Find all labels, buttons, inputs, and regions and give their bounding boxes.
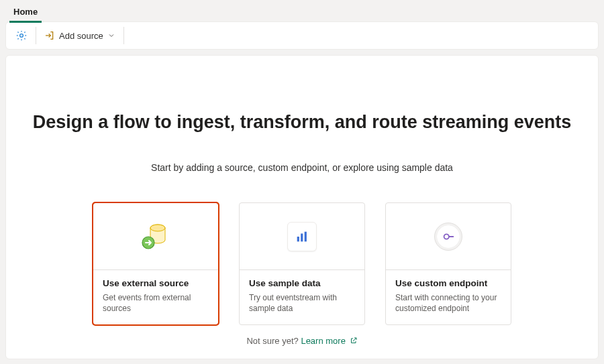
tab-home[interactable]: Home — [9, 4, 42, 23]
gear-icon — [15, 29, 28, 42]
card-body: Use sample data Try out eventstream with… — [240, 270, 364, 324]
svg-point-0 — [20, 34, 23, 38]
card-description: Try out eventstream with sample data — [249, 292, 355, 314]
footer-prefix: Not sure yet? — [246, 336, 301, 346]
option-cards-row: Use external source Get events from exte… — [6, 202, 598, 325]
page-title: Design a flow to ingest, transform, and … — [6, 112, 598, 133]
endpoint-icon — [441, 229, 456, 244]
card-description: Start with connecting to your customized… — [395, 292, 501, 314]
card-custom-endpoint[interactable]: Use custom endpoint Start with connectin… — [385, 202, 511, 325]
card-title: Use custom endpoint — [395, 278, 501, 288]
tabs-bar: Home — [0, 0, 604, 21]
add-source-dropdown[interactable]: Add source — [39, 25, 121, 46]
card-illustration — [240, 203, 364, 270]
svg-rect-4 — [297, 237, 299, 241]
card-title: Use sample data — [249, 278, 355, 288]
svg-rect-5 — [301, 233, 303, 241]
learn-more-link[interactable]: Learn more — [301, 336, 357, 346]
card-body: Use external source Get events from exte… — [93, 270, 218, 324]
card-illustration — [386, 203, 511, 270]
footer-help: Not sure yet? Learn more — [6, 336, 598, 346]
svg-point-7 — [444, 234, 449, 239]
card-description: Get events from external sources — [103, 292, 209, 314]
card-illustration — [93, 203, 218, 270]
page-subtitle: Start by adding a source, custom endpoin… — [6, 162, 598, 173]
external-link-icon — [350, 337, 358, 345]
svg-rect-6 — [305, 231, 307, 241]
card-external-source[interactable]: Use external source Get events from exte… — [93, 202, 219, 325]
svg-point-2 — [150, 225, 165, 231]
card-body: Use custom endpoint Start with connectin… — [386, 270, 511, 324]
bar-chart-icon — [295, 229, 309, 244]
card-title: Use external source — [103, 278, 209, 288]
add-source-label: Add source — [59, 31, 103, 41]
card-sample-data[interactable]: Use sample data Try out eventstream with… — [239, 202, 365, 325]
database-arrow-icon — [138, 219, 174, 255]
toolbar: Add source — [5, 21, 599, 50]
chevron-down-icon — [107, 32, 115, 40]
learn-more-label: Learn more — [301, 336, 345, 346]
toolbar-divider-2 — [123, 27, 124, 44]
settings-button[interactable] — [10, 25, 33, 46]
toolbar-divider — [36, 27, 36, 44]
add-source-icon — [44, 30, 55, 41]
main-canvas: Design a flow to ingest, transform, and … — [5, 55, 599, 359]
